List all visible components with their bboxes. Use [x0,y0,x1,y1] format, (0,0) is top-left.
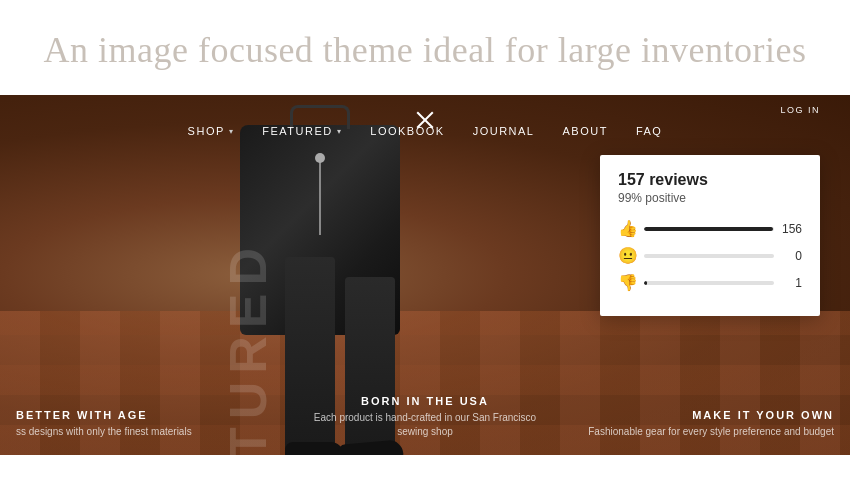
caption-center-title: BORN IN THE USA [299,395,550,407]
reviews-positive: 99% positive [618,191,802,205]
nav-lookbook-label: LOOKBOOK [370,125,444,137]
nav-about[interactable]: ABOUT [562,125,607,137]
review-bar-fill-positive [644,227,773,231]
thumbs-up-icon: 👍 [618,219,636,238]
bag-zipper-pull [315,153,325,163]
nav-journal-label: JOURNAL [473,125,535,137]
review-bar-neutral [644,254,774,258]
reviews-count: 157 reviews [618,171,802,189]
nav-journal[interactable]: JOURNAL [473,125,535,137]
navigation: SHOP ▾ FEATURED ▾ LOOKBOOK JOURNAL ABOUT… [0,125,850,137]
hero-section: An image focused theme ideal for large i… [0,0,850,95]
thumbs-down-icon: 👎 [618,273,636,292]
review-count-positive: 156 [782,222,802,236]
nav-shop-label: SHOP [188,125,225,137]
nav-about-label: ABOUT [562,125,607,137]
bag-zipper [319,155,321,235]
nav-lookbook[interactable]: LOOKBOOK [370,125,444,137]
review-bar-positive [644,227,774,231]
review-row-positive: 👍 156 [618,219,802,238]
login-link[interactable]: LOG IN [780,105,820,115]
caption-left: BETTER WITH AGE ss designs with only the… [0,397,283,455]
nav-featured-label: FEATURED [262,125,332,137]
caption-right: MAKE IT YOUR OWN Fashionable gear for ev… [567,397,850,455]
caption-right-title: MAKE IT YOUR OWN [583,409,834,421]
caption-left-title: BETTER WITH AGE [16,409,267,421]
review-bar-fill-negative [644,281,647,285]
neutral-icon: 😐 [618,246,636,265]
reviews-panel: 157 reviews 99% positive 👍 156 😐 0 👎 1 [600,155,820,316]
nav-faq[interactable]: FAQ [636,125,663,137]
review-count-negative: 1 [782,276,802,290]
nav-featured[interactable]: FEATURED ▾ [262,125,342,137]
review-row-neutral: 😐 0 [618,246,802,265]
caption-center: BORN IN THE USA Each product is hand-cra… [283,383,566,455]
review-row-negative: 👎 1 [618,273,802,292]
image-section: feaTuRED LOG IN SHOP ▾ FEATURED ▾ LOOKBO… [0,95,850,455]
hero-title: An image focused theme ideal for large i… [20,28,830,73]
caption-center-desc: Each product is hand-crafted in our San … [299,411,550,439]
caption-bar: BETTER WITH AGE ss designs with only the… [0,383,850,455]
review-bar-negative [644,281,774,285]
nav-shop-caret: ▾ [229,127,235,136]
nav-featured-caret: ▾ [337,127,343,136]
review-count-neutral: 0 [782,249,802,263]
caption-right-desc: Fashionable gear for every style prefere… [583,425,834,439]
nav-faq-label: FAQ [636,125,663,137]
nav-shop[interactable]: SHOP ▾ [188,125,235,137]
caption-left-desc: ss designs with only the finest material… [16,425,267,439]
